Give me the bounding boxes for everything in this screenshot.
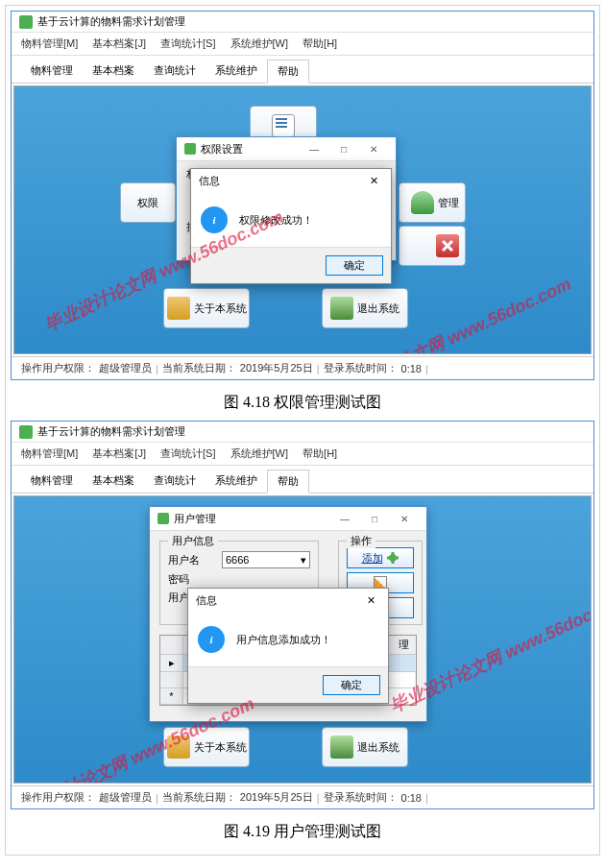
- msg-titlebar: 信息 ✕: [191, 169, 391, 193]
- msg-ok-button[interactable]: 确定: [323, 675, 380, 695]
- workspace: 关于本系统 退出系统 用户管理 — □ ✕ 用户信息: [13, 495, 592, 784]
- close-button-right[interactable]: [399, 226, 466, 266]
- menu-maintain[interactable]: 系统维护[W]: [230, 447, 289, 459]
- exit-label: 退出系统: [357, 301, 399, 316]
- status-login-value: 0:18: [401, 363, 422, 374]
- tab-maintain[interactable]: 系统维护: [206, 470, 267, 493]
- status-user-label: 操作用户权限：: [21, 361, 95, 375]
- dialog-max-button[interactable]: □: [329, 141, 358, 157]
- info-icon: i: [201, 206, 228, 233]
- add-button[interactable]: 添加: [347, 547, 414, 568]
- close-icon: [436, 234, 459, 257]
- box-icon: [167, 297, 190, 320]
- tab-archive[interactable]: 基本档案: [83, 470, 144, 493]
- menubar: 物料管理[M] 基本档案[J] 查询统计[S] 系统维护[W] 帮助[H]: [12, 33, 593, 56]
- box-icon: [167, 735, 190, 759]
- msg-titlebar: 信息 ✕: [188, 589, 388, 613]
- tabbar: 物料管理 基本档案 查询统计 系统维护 帮助: [12, 56, 593, 84]
- dialog-min-button[interactable]: —: [300, 141, 328, 157]
- status-date-value: 2019年5月25日: [240, 361, 313, 375]
- msg-close-button[interactable]: ✕: [364, 175, 383, 187]
- dialog-max-button[interactable]: □: [360, 511, 389, 526]
- user-info-legend: 用户信息: [168, 534, 218, 548]
- status-date-value: 2019年5月25日: [240, 790, 313, 805]
- app-window-2: 基于云计算的物料需求计划管理 物料管理[M] 基本档案[J] 查询统计[S] 系…: [11, 421, 594, 809]
- add-label: 添加: [362, 551, 383, 566]
- status-user-label: 操作用户权限：: [21, 790, 95, 805]
- menu-archive[interactable]: 基本档案[J]: [92, 37, 146, 49]
- menubar: 物料管理[M] 基本档案[J] 查询统计[S] 系统维护[W] 帮助[H]: [12, 443, 593, 466]
- dialog-min-button[interactable]: —: [330, 511, 359, 526]
- manage-button-right[interactable]: 管理: [399, 182, 466, 223]
- msg-title: 信息: [196, 593, 217, 608]
- status-login-value: 0:18: [401, 792, 422, 804]
- tab-query[interactable]: 查询统计: [144, 470, 206, 493]
- workspace: 权限 管理 关于本系统 退出系统 权限设置 — □: [13, 85, 592, 354]
- username-label: 用户名: [168, 553, 216, 567]
- tab-material[interactable]: 物料管理: [21, 470, 83, 493]
- tab-material[interactable]: 物料管理: [21, 60, 83, 83]
- statusbar: 操作用户权限： 超级管理员 | 当前系统日期： 2019年5月25日 | 登录系…: [12, 356, 593, 379]
- status-user-value: 超级管理员: [99, 361, 152, 375]
- app-icon: [19, 425, 33, 439]
- msg-ok-button[interactable]: 确定: [326, 255, 383, 276]
- msg-close-button[interactable]: ✕: [361, 594, 380, 607]
- menu-query[interactable]: 查询统计[S]: [160, 37, 215, 49]
- window-title: 基于云计算的物料需求计划管理: [37, 14, 586, 29]
- dialog-close-button[interactable]: ✕: [390, 511, 419, 526]
- status-date-label: 当前系统日期：: [162, 361, 236, 375]
- exit-button[interactable]: 退出系统: [322, 288, 408, 328]
- figure-caption-1: 图 4.18 权限管理测试图: [11, 385, 594, 421]
- tab-archive[interactable]: 基本档案: [83, 60, 144, 83]
- door-icon: [330, 735, 353, 759]
- about-button[interactable]: 关于本系统: [163, 288, 250, 328]
- menu-maintain[interactable]: 系统维护[W]: [230, 37, 289, 49]
- tab-help[interactable]: 帮助: [267, 60, 309, 84]
- dialog-close-button[interactable]: ✕: [359, 141, 388, 157]
- manage-label: 管理: [438, 196, 459, 210]
- info-icon: i: [198, 626, 225, 653]
- msg-text: 权限修改成功！: [239, 213, 313, 228]
- window-title: 基于云计算的物料需求计划管理: [37, 424, 586, 439]
- note-icon: [272, 114, 295, 137]
- message-box: 信息 ✕ i 权限修改成功！ 确定: [190, 168, 392, 284]
- titlebar: 基于云计算的物料需求计划管理: [12, 422, 593, 443]
- door-icon: [330, 297, 353, 320]
- statusbar: 操作用户权限： 超级管理员 | 当前系统日期： 2019年5月25日 | 登录系…: [12, 785, 593, 808]
- message-box: 信息 ✕ i 用户信息添加成功！ 确定: [187, 588, 389, 704]
- username-combo[interactable]: 6666 ▾: [222, 551, 310, 568]
- menu-help[interactable]: 帮助[H]: [302, 447, 337, 459]
- msg-text: 用户信息添加成功！: [236, 633, 331, 647]
- username-value: 6666: [226, 554, 249, 566]
- dialog-titlebar: 用户管理 — □ ✕: [150, 507, 426, 531]
- about-label: 关于本系统: [194, 740, 247, 755]
- operation-legend: 操作: [347, 534, 375, 548]
- titlebar: 基于云计算的物料需求计划管理: [12, 12, 593, 33]
- menu-query[interactable]: 查询统计[S]: [160, 447, 215, 459]
- msg-title: 信息: [199, 174, 220, 188]
- menu-material[interactable]: 物料管理[M]: [21, 447, 78, 459]
- about-button[interactable]: 关于本系统: [163, 727, 250, 767]
- person-icon: [411, 191, 434, 214]
- status-date-label: 当前系统日期：: [162, 790, 236, 805]
- status-login-label: 登录系统时间：: [324, 361, 398, 375]
- app-icon: [19, 15, 33, 29]
- perm-label: 权限: [137, 196, 158, 210]
- tabbar: 物料管理 基本档案 查询统计 系统维护 帮助: [12, 466, 593, 494]
- menu-help[interactable]: 帮助[H]: [302, 37, 337, 49]
- exit-button[interactable]: 退出系统: [322, 727, 408, 767]
- figure-caption-2: 图 4.19 用户管理测试图: [11, 814, 594, 850]
- tab-query[interactable]: 查询统计: [144, 60, 206, 83]
- status-user-value: 超级管理员: [99, 790, 152, 805]
- exit-label: 退出系统: [357, 740, 399, 755]
- dialog-icon: [157, 513, 169, 524]
- menu-material[interactable]: 物料管理[M]: [21, 37, 78, 49]
- tab-maintain[interactable]: 系统维护: [206, 60, 267, 83]
- perm-button-left[interactable]: 权限: [120, 182, 176, 223]
- tab-help[interactable]: 帮助: [267, 470, 309, 494]
- dialog-title: 用户管理: [174, 512, 216, 526]
- dialog-icon: [184, 143, 196, 155]
- menu-archive[interactable]: 基本档案[J]: [92, 447, 146, 459]
- app-window-1: 基于云计算的物料需求计划管理 物料管理[M] 基本档案[J] 查询统计[S] 系…: [11, 11, 594, 380]
- plus-icon: [386, 551, 399, 565]
